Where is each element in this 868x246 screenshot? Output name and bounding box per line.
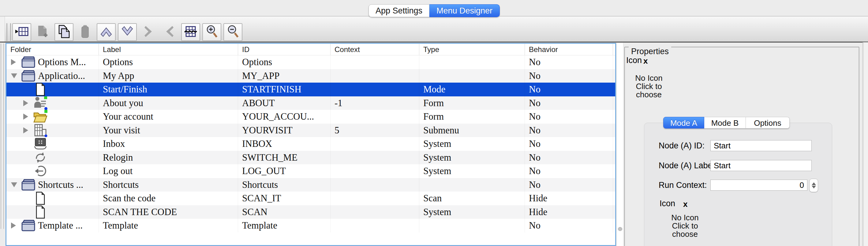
move-right-button: [139, 23, 158, 41]
cell-id: SCAN: [238, 205, 331, 219]
cell-folder: Applicatio...: [6, 69, 99, 83]
folder-blue-icon: [20, 56, 36, 68]
icon-top-label: Icon: [626, 56, 642, 65]
cell-folder: [6, 96, 99, 110]
table-row-log-out[interactable]: Log outLOG_OUTSystemNo: [6, 164, 615, 178]
copy-button[interactable]: [55, 23, 73, 41]
run-context-stepper[interactable]: [809, 179, 818, 192]
cell-context: [331, 55, 419, 69]
cell-type: Submenu: [419, 124, 525, 137]
zoom-out-icon: [227, 25, 239, 39]
move-up-icon: [100, 26, 112, 38]
tab-menu-designer[interactable]: Menu Designer: [429, 4, 500, 17]
tab-app-settings[interactable]: App Settings: [369, 4, 429, 17]
cell-behavior: No: [525, 219, 613, 233]
cell-context: [331, 137, 419, 151]
tree-label: Template ...: [38, 219, 83, 233]
cell-type: System: [419, 137, 525, 151]
cell-id: INBOX: [238, 137, 331, 151]
cell-folder: [6, 83, 99, 96]
collapsed-arrow-icon: [23, 114, 28, 120]
table-row-my-app[interactable]: Applicatio...My AppMY_APPNo: [6, 69, 615, 83]
toolbar-drag-handle[interactable]: [6, 23, 11, 41]
disclosure-triangle-icon[interactable]: [23, 100, 32, 106]
table-row-your-account[interactable]: Your accountYOUR_ACCOU...FormNo: [6, 110, 615, 124]
move-right-icon: [144, 25, 153, 39]
left-splitter-handle[interactable]: [1, 43, 4, 229]
disclosure-triangle-icon[interactable]: [23, 127, 32, 133]
table-row-template[interactable]: Template ...TemplateTemplateNo: [6, 219, 615, 233]
table-row-about-you[interactable]: About youABOUT-1FormNo: [6, 96, 615, 110]
main-tab-bar: App SettingsMenu Designer: [369, 4, 500, 17]
cell-folder: [6, 164, 99, 178]
toolbar-divider: [0, 41, 868, 42]
move-down-button[interactable]: [118, 23, 137, 41]
move-up-button[interactable]: [97, 23, 116, 41]
column-header-behavior[interactable]: Behavior: [525, 44, 613, 55]
properties-panel: Properties Icon x No Icon Click to choos…: [624, 43, 861, 246]
disclosure-triangle-icon[interactable]: [11, 222, 20, 228]
cell-folder: [6, 191, 99, 205]
cell-id: MY_APP: [238, 69, 331, 83]
table-row-scan-the-code[interactable]: Scan the codeSCAN_ITScanHide: [6, 191, 615, 205]
run-context-input[interactable]: [710, 180, 807, 191]
person-form-icon: [32, 96, 49, 110]
stepper-up-icon[interactable]: [812, 182, 816, 185]
copy-icon: [58, 25, 70, 39]
cell-behavior: No: [525, 164, 613, 178]
tree-label: Options M...: [38, 55, 86, 69]
remove-from-table-button[interactable]: [181, 23, 200, 41]
column-header-folder[interactable]: Folder: [6, 44, 99, 55]
table-row-relogin[interactable]: ReloginSWITCH_MESystemNo: [6, 151, 615, 164]
inbox-icon: [32, 137, 49, 150]
icon-top-clear-button[interactable]: x: [643, 56, 648, 66]
node-a-id-input[interactable]: [710, 140, 812, 151]
table-scrollbar-track[interactable]: [617, 43, 623, 246]
folder-blue-icon: [20, 219, 36, 232]
icon-bottom-chooser[interactable]: No Icon Click to choose: [661, 214, 709, 238]
cell-type: System: [419, 205, 525, 219]
disclosure-triangle-icon[interactable]: [23, 114, 32, 120]
relogin-icon: [32, 151, 49, 164]
collapsed-arrow-icon: [11, 59, 16, 65]
add-item-button: [33, 23, 52, 41]
stepper-down-icon[interactable]: [812, 186, 816, 188]
column-header-type[interactable]: Type: [419, 44, 525, 55]
icon-bottom-clear-button[interactable]: x: [683, 199, 687, 209]
zoom-in-button[interactable]: [202, 23, 221, 41]
table-scrollbar-thumb[interactable]: [618, 227, 622, 231]
cell-type: Form: [419, 110, 525, 124]
column-header-label[interactable]: Label: [99, 44, 238, 55]
insert-into-table-button[interactable]: [12, 23, 31, 41]
menu-tree-table: FolderLabelIDContextTypeBehavior Options…: [5, 43, 616, 246]
cell-behavior: No: [525, 83, 613, 96]
mode-tab-mode-a[interactable]: Mode A: [663, 117, 704, 128]
mode-tab-options[interactable]: Options: [746, 117, 789, 128]
icon-top-chooser[interactable]: No Icon Click to choose: [625, 74, 673, 99]
disclosure-triangle-icon[interactable]: [11, 59, 20, 65]
mode-tab-mode-b[interactable]: Mode B: [704, 117, 746, 128]
table-row-shortcuts[interactable]: Shortcuts ...ShortcutsShortcutsNo: [6, 178, 615, 192]
cell-folder: [6, 110, 99, 124]
zoom-out-button[interactable]: [223, 23, 242, 41]
disclosure-triangle-icon[interactable]: [11, 182, 20, 187]
table-row-scan-the-code[interactable]: SCAN THE CODESCANSystemHide: [6, 205, 615, 219]
zoom-in-icon: [206, 25, 218, 39]
logout-icon: [32, 164, 49, 178]
cell-type: Scan: [419, 191, 525, 205]
table-row-inbox[interactable]: InboxINBOXSystemNo: [6, 137, 615, 151]
node-a-label-input[interactable]: [710, 160, 812, 171]
cell-context: [331, 164, 419, 178]
cell-label: Template: [99, 219, 238, 233]
column-header-context[interactable]: Context: [331, 44, 419, 55]
column-header-id[interactable]: ID: [238, 44, 331, 55]
table-row-options[interactable]: Options M...OptionsOptionsNo: [6, 55, 615, 69]
disclosure-triangle-icon[interactable]: [11, 73, 20, 78]
cell-type: System: [419, 164, 525, 178]
cell-id: LOG_OUT: [238, 164, 331, 178]
menu-designer-window: App SettingsMenu Designer FolderLabelIDC…: [0, 0, 868, 246]
icon-bottom-line3: choose: [661, 230, 709, 238]
table-row-your-visit[interactable]: Your visitYOURVISIT5SubmenuNo: [6, 124, 615, 137]
table-row-start-finish[interactable]: Start/FinishSTARTFINISHModeNo: [6, 83, 615, 96]
cell-folder: [6, 124, 99, 137]
